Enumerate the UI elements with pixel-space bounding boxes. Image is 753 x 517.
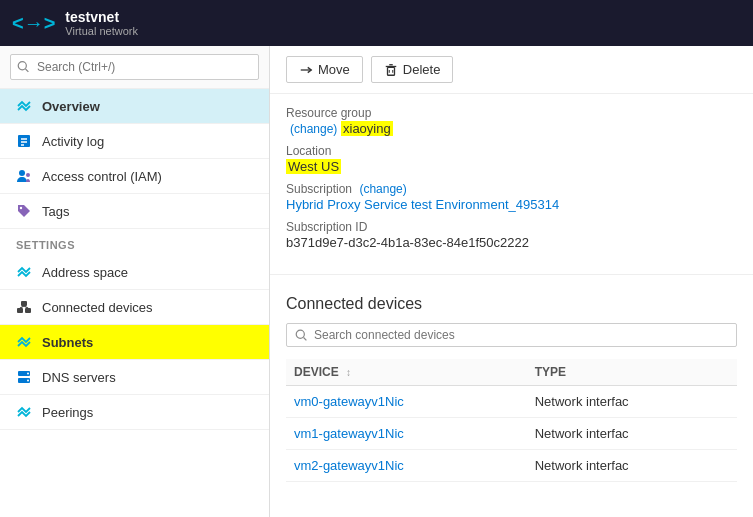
subnets-icon bbox=[16, 334, 32, 350]
toolbar: Move Delete bbox=[270, 46, 753, 94]
dns-icon bbox=[16, 369, 32, 385]
subscription-value[interactable]: Hybrid Proxy Service test Environment_49… bbox=[286, 197, 737, 212]
device-name-cell[interactable]: vm1-gatewayv1Nic bbox=[286, 418, 527, 450]
subscription-id-value: b371d9e7-d3c2-4b1a-83ec-84e1f50c2222 bbox=[286, 235, 737, 250]
location-value: West US bbox=[286, 159, 341, 174]
address-space-icon bbox=[16, 264, 32, 280]
svg-point-7 bbox=[26, 173, 30, 177]
top-bar-info: testvnet Virtual network bbox=[65, 9, 138, 38]
svg-point-6 bbox=[19, 170, 25, 176]
type-col-header: TYPE bbox=[527, 359, 737, 386]
device-type-cell: Network interfac bbox=[527, 386, 737, 418]
tags-label: Tags bbox=[42, 204, 69, 219]
svg-point-24 bbox=[296, 330, 304, 338]
sidebar-item-address-space[interactable]: Address space bbox=[0, 255, 269, 290]
subscription-id-row: Subscription ID b371d9e7-d3c2-4b1a-83ec-… bbox=[286, 220, 737, 250]
delete-icon bbox=[384, 63, 398, 77]
device-name-cell[interactable]: vm2-gatewayv1Nic bbox=[286, 450, 527, 482]
svg-line-13 bbox=[24, 306, 28, 308]
svg-point-16 bbox=[27, 373, 29, 375]
sidebar-item-tags[interactable]: Tags bbox=[0, 194, 269, 229]
access-control-label: Access control (IAM) bbox=[42, 169, 162, 184]
subscription-row: Subscription (change) Hybrid Proxy Servi… bbox=[286, 182, 737, 212]
dns-servers-label: DNS servers bbox=[42, 370, 116, 385]
device-type-cell: Network interfac bbox=[527, 418, 737, 450]
sidebar-item-subnets[interactable]: Subnets bbox=[0, 325, 269, 360]
svg-point-17 bbox=[27, 380, 29, 382]
connected-devices-icon bbox=[16, 299, 32, 315]
sidebar-item-connected-devices[interactable]: Connected devices bbox=[0, 290, 269, 325]
table-row: vm1-gatewayv1Nic Network interfac bbox=[286, 418, 737, 450]
device-search-container bbox=[286, 323, 737, 347]
activity-log-label: Activity log bbox=[42, 134, 104, 149]
svg-rect-11 bbox=[21, 301, 27, 306]
move-button[interactable]: Move bbox=[286, 56, 363, 83]
sidebar: Overview Activity log Access control (IA… bbox=[0, 46, 270, 517]
svg-rect-19 bbox=[387, 67, 394, 75]
peerings-label: Peerings bbox=[42, 405, 93, 420]
iam-icon bbox=[16, 168, 32, 184]
table-row: vm0-gatewayv1Nic Network interfac bbox=[286, 386, 737, 418]
subnets-label: Subnets bbox=[42, 335, 93, 350]
sidebar-item-access-control[interactable]: Access control (IAM) bbox=[0, 159, 269, 194]
connected-devices-label: Connected devices bbox=[42, 300, 153, 315]
sidebar-item-activity-log[interactable]: Activity log bbox=[0, 124, 269, 159]
svg-line-12 bbox=[20, 306, 24, 308]
resource-title: testvnet bbox=[65, 9, 138, 26]
resource-group-change[interactable]: (change) bbox=[290, 122, 337, 136]
svg-point-8 bbox=[20, 207, 22, 209]
device-table: DEVICE ↕ TYPE vm0-gatewayv1Nic Network i… bbox=[286, 359, 737, 482]
location-label: Location bbox=[286, 144, 737, 158]
search-input[interactable] bbox=[10, 54, 259, 80]
location-row: Location West US bbox=[286, 144, 737, 174]
delete-button[interactable]: Delete bbox=[371, 56, 454, 83]
resource-group-label: Resource group bbox=[286, 106, 737, 120]
sort-icon[interactable]: ↕ bbox=[346, 367, 351, 378]
resource-subtitle: Virtual network bbox=[65, 25, 138, 37]
section-divider bbox=[270, 274, 753, 275]
subscription-change[interactable]: (change) bbox=[359, 182, 406, 196]
resource-group-row: Resource group (change) xiaoying bbox=[286, 106, 737, 136]
main-content: Move Delete Resource group (change) xiao… bbox=[270, 46, 753, 517]
top-bar: <→> testvnet Virtual network bbox=[0, 0, 753, 46]
resource-group-value: xiaoying bbox=[341, 121, 393, 136]
overview-label: Overview bbox=[42, 99, 100, 114]
device-name-cell[interactable]: vm0-gatewayv1Nic bbox=[286, 386, 527, 418]
subscription-label: Subscription (change) bbox=[286, 182, 737, 196]
overview-icon bbox=[16, 98, 32, 114]
address-space-label: Address space bbox=[42, 265, 128, 280]
svg-rect-9 bbox=[17, 308, 23, 313]
device-type-cell: Network interfac bbox=[527, 450, 737, 482]
delete-label: Delete bbox=[403, 62, 441, 77]
svg-rect-10 bbox=[25, 308, 31, 313]
move-icon bbox=[299, 63, 313, 77]
tags-icon bbox=[16, 203, 32, 219]
sidebar-item-overview[interactable]: Overview bbox=[0, 89, 269, 124]
svg-line-25 bbox=[304, 337, 307, 340]
move-label: Move bbox=[318, 62, 350, 77]
info-section: Resource group (change) xiaoying Locatio… bbox=[270, 94, 753, 266]
search-wrap bbox=[10, 54, 259, 80]
settings-section-label: SETTINGS bbox=[0, 229, 269, 255]
subscription-id-label: Subscription ID bbox=[286, 220, 737, 234]
table-row: vm2-gatewayv1Nic Network interfac bbox=[286, 450, 737, 482]
device-col-header: DEVICE ↕ bbox=[286, 359, 527, 386]
sidebar-item-peerings[interactable]: Peerings bbox=[0, 395, 269, 430]
peerings-icon bbox=[16, 404, 32, 420]
connected-devices-section: Connected devices DEVICE ↕ TYPE bbox=[270, 283, 753, 494]
search-container bbox=[0, 46, 269, 89]
sidebar-item-dns-servers[interactable]: DNS servers bbox=[0, 360, 269, 395]
device-search-icon bbox=[295, 329, 308, 342]
connected-devices-title: Connected devices bbox=[286, 295, 737, 313]
vnet-icon: <→> bbox=[12, 12, 55, 35]
activity-icon bbox=[16, 133, 32, 149]
device-search-input[interactable] bbox=[314, 328, 728, 342]
